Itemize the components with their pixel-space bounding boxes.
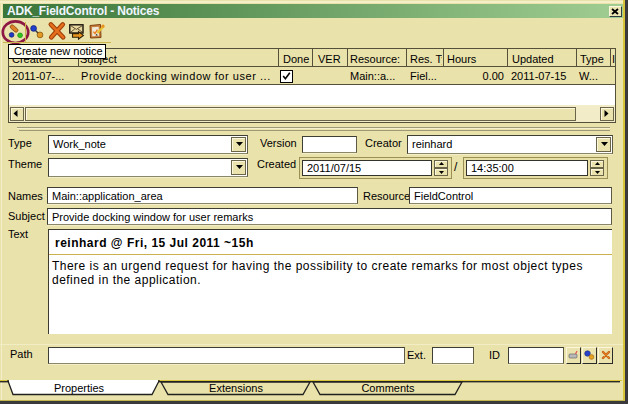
svg-text:Properties: Properties (54, 382, 105, 394)
svg-text:Comments: Comments (361, 382, 415, 394)
svg-text:Extensions: Extensions (209, 382, 263, 394)
